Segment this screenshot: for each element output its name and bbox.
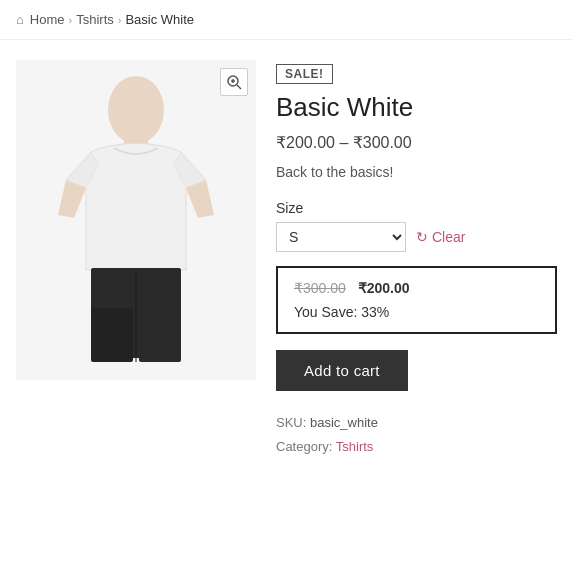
product-image-wrap [16, 60, 256, 458]
svg-point-0 [108, 76, 164, 144]
breadcrumb-home[interactable]: Home [30, 12, 65, 27]
size-label: Size [276, 200, 557, 216]
breadcrumb-sep-1: › [69, 14, 73, 26]
price-save: You Save: 33% [294, 304, 539, 320]
product-container: SALE! Basic White ₹200.00 – ₹300.00 Back… [0, 40, 573, 478]
price-sale: ₹200.00 [358, 280, 410, 296]
zoom-icon[interactable] [220, 68, 248, 96]
product-description: Back to the basics! [276, 164, 557, 180]
size-select[interactable]: S M L XL XXL [276, 222, 406, 252]
breadcrumb-sep-2: › [118, 14, 122, 26]
price-original: ₹300.00 [294, 280, 346, 296]
sku-label: SKU: [276, 415, 306, 430]
add-to-cart-button[interactable]: Add to cart [276, 350, 408, 391]
price-box: ₹300.00 ₹200.00 You Save: 33% [276, 266, 557, 334]
svg-rect-4 [139, 308, 181, 362]
svg-line-7 [237, 85, 241, 89]
sku-value-text: basic_white [310, 415, 378, 430]
sale-badge: SALE! [276, 64, 333, 84]
breadcrumb-current: Basic White [125, 12, 194, 27]
clear-link[interactable]: ↻ Clear [416, 229, 465, 245]
product-price: ₹200.00 – ₹300.00 [276, 133, 557, 152]
product-title: Basic White [276, 92, 557, 123]
home-icon: ⌂ [16, 12, 24, 27]
category-link[interactable]: Tshirts [336, 439, 374, 454]
product-image [16, 60, 256, 380]
clear-label: Clear [432, 229, 465, 245]
price-line: ₹300.00 ₹200.00 [294, 280, 539, 296]
category-row: Category: Tshirts [276, 435, 557, 458]
product-details: SALE! Basic White ₹200.00 – ₹300.00 Back… [276, 60, 557, 458]
size-row: S M L XL XXL ↻ Clear [276, 222, 557, 252]
sku-row: SKU: basic_white [276, 411, 557, 434]
breadcrumb-tshirts[interactable]: Tshirts [76, 12, 114, 27]
product-meta: SKU: basic_white Category: Tshirts [276, 411, 557, 458]
category-label: Category: [276, 439, 332, 454]
svg-rect-3 [91, 308, 133, 362]
breadcrumb: ⌂ Home › Tshirts › Basic White [0, 0, 573, 40]
refresh-icon: ↻ [416, 229, 428, 245]
